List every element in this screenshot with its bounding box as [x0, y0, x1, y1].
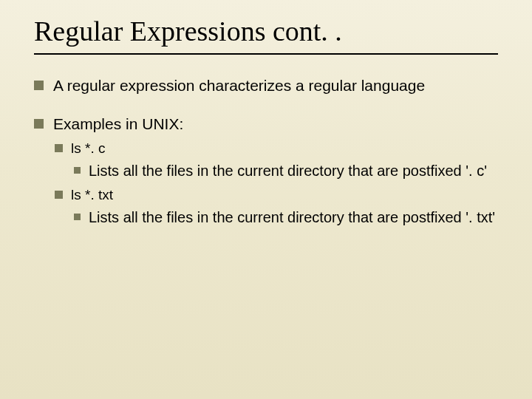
- bullet-list-level3: Lists all the files in the current direc…: [71, 208, 498, 228]
- list-item: Lists all the files in the current direc…: [71, 161, 498, 181]
- list-item-text: ls *. txt: [71, 187, 113, 202]
- list-item: Examples in UNIX: ls *. c Lists all the …: [34, 114, 498, 228]
- list-item: ls *. c Lists all the files in the curre…: [53, 139, 498, 181]
- bullet-list-level3: Lists all the files in the current direc…: [71, 161, 498, 181]
- title-divider: [34, 53, 498, 55]
- bullet-list-level1: A regular expression characterizes a reg…: [34, 75, 498, 228]
- list-item: ls *. txt Lists all the files in the cur…: [53, 185, 498, 228]
- list-item-text: Lists all the files in the current direc…: [89, 163, 487, 179]
- list-item: A regular expression characterizes a reg…: [34, 75, 498, 96]
- list-item-text: Examples in UNIX:: [53, 115, 183, 132]
- slide: Regular Expressions cont. . A regular ex…: [0, 0, 532, 399]
- slide-title: Regular Expressions cont. .: [34, 16, 498, 47]
- list-item-text: ls *. c: [71, 140, 105, 156]
- bullet-list-level2: ls *. c Lists all the files in the curre…: [53, 139, 498, 227]
- list-item: Lists all the files in the current direc…: [71, 208, 498, 228]
- list-item-text: Lists all the files in the current direc…: [89, 209, 495, 225]
- list-item-text: A regular expression characterizes a reg…: [53, 77, 425, 94]
